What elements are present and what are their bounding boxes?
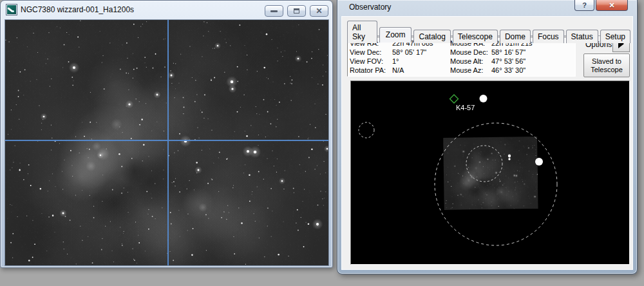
desktop: NGC7380 wizzard-001_Ha1200s ✕ Observator… [0,0,644,286]
tab-focus[interactable]: Focus [533,30,564,43]
view-fov-value: 1° [392,57,450,66]
minimize-button[interactable] [265,5,283,17]
rotator-pa-label: Rotator PA: [350,66,392,75]
mouse-alt-label: Mouse Alt: [450,57,491,66]
view-dec-label: View Dec: [350,48,392,57]
tab-zoom[interactable]: Zoom [379,27,412,43]
tab-status[interactable]: Status [566,30,598,43]
mouse-dec-label: Mouse Dec: [450,48,491,57]
close-button[interactable]: ✕ [596,0,628,11]
nebula-image[interactable] [5,20,328,265]
minimize-icon [270,10,278,12]
help-icon: ? [582,1,587,9]
restore-icon [294,8,299,14]
restore-button[interactable] [287,5,306,17]
close-button[interactable]: ✕ [310,5,328,17]
fov-circle [435,123,557,245]
nebula-image-viewport[interactable] [5,19,329,266]
crosshair-horizontal-line [5,140,328,141]
bright-star-dot [535,158,543,166]
image-window-title: NGC7380 wizzard-001_Ha1200s [21,5,265,14]
star-dot [508,155,511,157]
slaved-button-line1: Slaved to [584,57,629,66]
tab-setup[interactable]: Setup [600,30,630,43]
info-row: View FOV: 1° Mouse Alt: 47° 53' 56" [350,57,575,66]
view-fov-label: View FOV: [350,57,392,66]
mouse-alt-value: 47° 53' 56" [491,57,575,66]
object-marker-diamond-icon[interactable] [450,95,459,103]
mouse-dec-value: 58° 16' 57" [491,48,575,57]
close-icon: ✕ [609,1,614,10]
info-row: Rotator PA: N/A Mouse Az: 46° 33' 30" [350,66,575,75]
bright-star-dot [480,95,488,102]
tab-telescope[interactable]: Telescope [453,30,498,43]
help-button[interactable]: ? [574,0,594,11]
small-field-circle [359,122,374,138]
map-overlay: K4-57 [351,81,630,265]
star-dot [508,158,510,160]
observatory-window-title: Observatory [349,3,391,12]
observatory-titlebar[interactable]: Observatory ? ✕ [337,0,637,17]
image-window-controls: ✕ [265,5,328,17]
object-label: K4-57 [456,104,475,111]
close-icon: ✕ [316,7,322,15]
tab-dome[interactable]: Dome [500,30,531,43]
slaved-to-telescope-button[interactable]: Slaved to Telescope [583,53,630,77]
view-dec-value: 58° 05' 17" [392,48,450,57]
rotator-pa-value: N/A [392,66,450,75]
mouse-az-label: Mouse Az: [450,66,491,75]
tab-all-sky[interactable]: All Sky [347,21,377,43]
tab-catalog[interactable]: Catalog [413,30,450,43]
info-row: View Dec: 58° 05' 17" Mouse Dec: 58° 16'… [350,48,575,57]
tab-strip: All Sky Zoom Catalog Telescope Dome Focu… [347,20,632,43]
maxim-document-icon [6,5,17,15]
slaved-button-line2: Telescope [584,66,629,74]
image-window: NGC7380 wizzard-001_Ha1200s ✕ [0,0,333,268]
observatory-window: Observatory ? ✕ All Sky Zoom Catalog Tel… [337,0,638,274]
image-window-titlebar[interactable]: NGC7380 wizzard-001_Ha1200s ✕ [1,1,332,19]
inner-field-circle [466,146,502,182]
crosshair-vertical-line [167,20,169,265]
zoom-sky-map[interactable]: K4-57 [350,81,630,265]
observatory-client-area: All Sky Zoom Catalog Telescope Dome Focu… [342,17,632,269]
mouse-az-value: 46° 33' 30" [491,66,575,75]
